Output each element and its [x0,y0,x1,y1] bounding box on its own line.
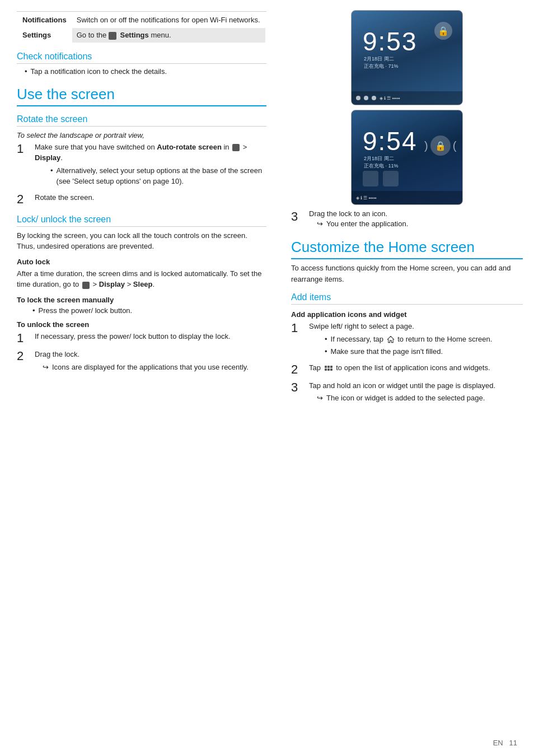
bottom-icon-2 [383,171,399,186]
screen2-time: 9:54 [363,126,418,156]
auto-lock-title: Auto lock [17,258,266,266]
info-table: Notifications Switch on or off the notif… [17,11,266,44]
screen1-date: 2月18日 周二 正在充电 · 71% [364,55,399,70]
screen1-time: 9:53 [363,26,418,57]
check-notifications-title: Check notifications [17,52,266,64]
unlock-step1: 1 If necessary, press the power/ lock bu… [17,331,266,346]
add-step3: 3 Tap and hold an icon or widget until t… [291,380,523,405]
use-screen-title: Use the screen [17,86,266,106]
unlock-step2-content: Drag the lock. ↪ Icons are displayed for… [35,349,266,374]
left-column: Notifications Switch on or off the notif… [0,0,280,756]
add-step1-bullet1: • If necessary, tap to return to the Hom… [325,334,523,345]
table-value-notifications: Switch on or off the notifications for o… [72,13,265,27]
rotate-step2: 2 Rotate the screen. [17,192,266,207]
rotate-step1-content: Make sure that you have switched on Auto… [35,142,266,189]
screen1-bottom-bar: ◈ ℹ ☰ ▪▪▪▪▪ [352,91,462,105]
unlock-title: To unlock the screen [17,320,266,329]
unlock-step2-arrow: ↪ Icons are displayed for the applicatio… [43,362,266,373]
rotate-screen-title: Rotate the screen [17,114,266,127]
screen1-status-text: ◈ ℹ ☰ ▪▪▪▪▪ [380,96,400,101]
unlock-step1-content: If necessary, press the power/ lock butt… [35,331,266,342]
phone-screen-2: 9:54 2月18日 周二 正在充电 · 11% ) 🔒 ( ◈ ℹ ☰ ▪▪▪… [351,110,463,205]
status-dot-2 [364,96,368,100]
grid-icon [325,366,332,371]
rotate-arrow: > [243,143,247,151]
rotate-step1: 1 Make sure that you have switched on Au… [17,142,266,189]
check-notifications-bullet: • Tap a notification icon to check the d… [25,67,266,76]
screen2-date: 2月18日 周二 正在充电 · 11% [364,155,399,170]
rotate-sub-bullet: • Alternatively, select your setup optio… [50,165,266,187]
add-step3-content: Tap and hold an icon or widget until the… [309,380,523,405]
auto-lock-arrow2: > [127,280,132,288]
add-step2: 2 Tap to open the list of application ic… [291,362,523,377]
screen2-lock-ring: 🔒 [430,136,451,156]
table-label-settings: Settings [18,28,71,43]
table-row-notifications: Notifications Switch on or off the notif… [18,13,265,27]
settings-icon [109,32,116,40]
table-row-settings: Settings Go to the Settings menu. [18,28,265,43]
step3-row: 3 Drag the lock to an icon. ↪ You enter … [291,209,523,230]
table-label-notifications: Notifications [18,13,71,27]
auto-lock-display: Display [99,280,125,288]
auto-lock-sleep: Sleep [133,280,153,288]
bottom-icon-1 [363,171,378,186]
rotate-display-bold: Display [35,153,60,162]
add-step1-bullet2: • Make sure that the page isn't filled. [325,346,523,357]
screen2-bottom-icons [363,171,399,186]
rotate-step2-content: Rotate the screen. [35,192,266,203]
add-app-title: Add application icons and widget [291,310,523,319]
right-column: 9:53 2月18日 周二 正在充电 · 71% 🔒 ◈ ℹ ☰ ▪▪▪▪▪ 9… [280,0,534,756]
auto-lock-arrow1: > [93,280,97,288]
screen2-bottom-bar: ◈ ℹ ☰ ▪▪▪▪▪ [352,191,462,204]
add-items-title: Add items [291,292,523,305]
settings-icon-auto-lock [82,282,90,289]
lock-manually-title: To lock the screen manually [17,296,266,304]
svg-marker-0 [387,336,394,342]
rotate-subhead: To select the landscape or portrait view… [17,131,266,139]
lock-manually-bullet: • Press the power/ lock button. [32,306,266,315]
rotate-auto-rotate-bold: Auto-rotate screen [157,143,222,151]
customize-home-body: To access functions quickly from the Hom… [291,263,523,284]
lock-unlock-body: By locking the screen, you can lock all … [17,230,266,252]
add-step2-content: Tap to open the list of application icon… [309,362,523,374]
unlock-visual: ) 🔒 ( [424,136,463,156]
customize-home-title: Customize the Home screen [291,239,523,259]
unlock-step2: 2 Drag the lock. ↪ Icons are displayed f… [17,349,266,374]
bullet-dot: • [25,67,27,76]
step3-arrow-bullet: ↪ You enter the application. [317,220,408,228]
add-step3-arrow: ↪ The icon or widget is added to the sel… [317,393,523,404]
screen1-lock-icon: 🔒 [434,22,452,40]
page-footer: EN 11 [493,739,517,747]
table-value-settings: Go to the Settings menu. [72,28,265,43]
status-dot-3 [372,96,376,100]
add-step1-content: Swipe left/ right to select a page. • If… [309,321,523,359]
step3-content: Drag the lock to an icon. ↪ You enter th… [309,209,408,230]
auto-lock-body: After a time duration, the screen dims a… [17,268,266,290]
add-step1: 1 Swipe left/ right to select a page. • … [291,321,523,359]
lock-unlock-title: Lock/ unlock the screen [17,214,266,227]
home-icon [387,335,395,343]
status-dot-1 [356,96,360,100]
phone-screen-1: 9:53 2月18日 周二 正在充电 · 71% 🔒 ◈ ℹ ☰ ▪▪▪▪▪ [351,10,463,105]
settings-inline-icon [232,144,240,151]
screen2-status-text: ◈ ℹ ☰ ▪▪▪▪▪ [356,195,377,200]
